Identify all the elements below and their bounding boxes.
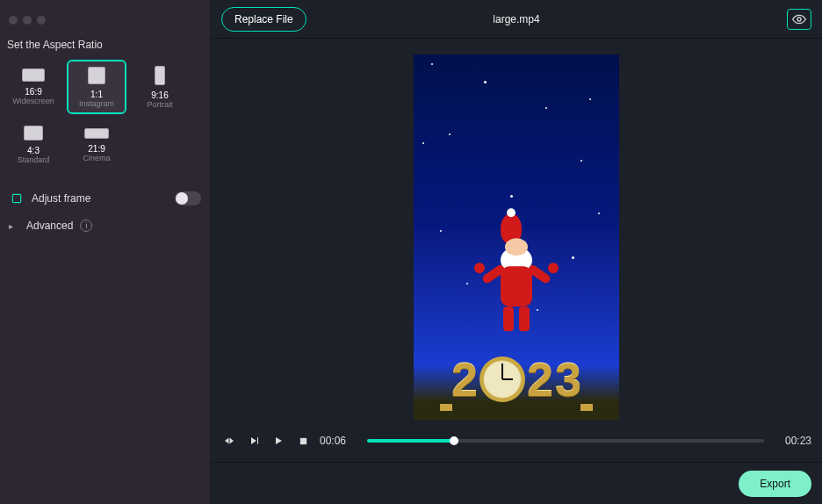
- video-preview[interactable]: 2 2 3: [414, 54, 619, 420]
- bottom-bar: Export: [211, 462, 822, 504]
- clock-icon: [480, 356, 525, 402]
- advanced-label: Advanced: [26, 220, 73, 232]
- ratio-sublabel: Portrait: [147, 100, 172, 109]
- preview-visibility-button[interactable]: [787, 9, 811, 30]
- timeline-progress: [367, 439, 454, 443]
- decoration: [572, 256, 574, 259]
- minimize-window-button[interactable]: [23, 16, 32, 25]
- ratio-icon: [84, 128, 109, 139]
- ratio-icon: [22, 68, 45, 82]
- decoration: [510, 195, 513, 198]
- decoration: [537, 309, 538, 311]
- eye-icon: [792, 12, 806, 26]
- ratio-icon: [88, 67, 105, 84]
- decoration: [545, 107, 547, 109]
- video-content-year: 2 2 3: [414, 349, 619, 409]
- adjust-frame-icon: [9, 192, 25, 205]
- svg-rect-0: [12, 194, 20, 202]
- decoration: [598, 212, 600, 214]
- decoration: [484, 81, 487, 83]
- svg-rect-2: [299, 437, 306, 443]
- decoration: [422, 142, 424, 144]
- ratio-sublabel: Widescreen: [12, 97, 54, 105]
- stop-icon: [299, 436, 308, 446]
- ratio-icon: [155, 66, 165, 85]
- stop-button[interactable]: [295, 433, 311, 449]
- svg-point-1: [797, 18, 801, 21]
- aspect-ratio-21-9[interactable]: 21:9 Cinema: [67, 118, 126, 172]
- aspect-ratio-grid: 16:9 Widescreen 1:1 Instagram 9:16 Portr…: [0, 60, 210, 184]
- adjust-frame-label: Adjust frame: [32, 192, 90, 205]
- ratio-label: 1:1: [90, 90, 103, 99]
- decoration: [466, 283, 468, 284]
- decoration: [449, 133, 451, 135]
- timeline-slider[interactable]: [367, 439, 764, 443]
- decoration: [440, 230, 442, 232]
- aspect-ratio-title: Set the Aspect Ratio: [0, 33, 210, 60]
- export-button[interactable]: Export: [739, 471, 811, 497]
- year-digit: 2: [451, 356, 478, 403]
- step-forward-icon: [249, 436, 259, 446]
- ratio-label: 4:3: [27, 146, 40, 155]
- year-digit: 2: [527, 356, 553, 403]
- advanced-row[interactable]: ▸ Advanced i: [0, 212, 210, 239]
- ratio-sublabel: Cinema: [83, 154, 110, 162]
- top-bar: Replace File large.mp4: [211, 0, 822, 39]
- info-icon: i: [80, 220, 92, 232]
- skip-back-button[interactable]: [221, 433, 237, 449]
- player-controls: 00:06 00:23: [211, 420, 822, 462]
- aspect-ratio-1-1[interactable]: 1:1 Instagram: [67, 60, 126, 114]
- window-controls: [0, 16, 210, 33]
- skip-back-icon: [224, 436, 234, 446]
- maximize-window-button[interactable]: [37, 16, 46, 25]
- ratio-sublabel: Standard: [18, 155, 50, 164]
- toggle-knob: [176, 192, 188, 205]
- aspect-ratio-16-9[interactable]: 16:9 Widescreen: [4, 60, 63, 114]
- play-button[interactable]: [270, 433, 286, 449]
- ratio-label: 9:16: [151, 90, 168, 100]
- decoration: [431, 63, 433, 65]
- sidebar: Set the Aspect Ratio 16:9 Widescreen 1:1…: [0, 0, 211, 504]
- step-forward-button[interactable]: [246, 433, 262, 449]
- timeline-handle[interactable]: [450, 436, 458, 445]
- decoration: [580, 160, 582, 162]
- duration-time: 00:23: [773, 435, 811, 447]
- ratio-sublabel: Instagram: [79, 99, 114, 108]
- replace-file-button[interactable]: Replace File: [221, 7, 306, 32]
- play-icon: [273, 436, 284, 446]
- main-panel: Replace File large.mp4: [211, 0, 822, 504]
- adjust-frame-row: Adjust frame: [0, 184, 210, 212]
- ratio-icon: [24, 126, 43, 140]
- adjust-frame-toggle[interactable]: [175, 191, 201, 205]
- chevron-right-icon: ▸: [9, 221, 21, 231]
- decoration: [589, 98, 591, 100]
- video-content-santa: [501, 213, 532, 331]
- year-digit: 3: [555, 356, 581, 403]
- aspect-ratio-9-16[interactable]: 9:16 Portrait: [130, 60, 190, 114]
- aspect-ratio-4-3[interactable]: 4:3 Standard: [4, 118, 63, 172]
- current-time: 00:06: [320, 435, 358, 447]
- file-name: large.mp4: [493, 13, 539, 25]
- ratio-label: 21:9: [88, 144, 105, 154]
- ratio-label: 16:9: [25, 87, 41, 97]
- close-window-button[interactable]: [9, 16, 18, 25]
- video-preview-area: 2 2 3: [211, 39, 822, 420]
